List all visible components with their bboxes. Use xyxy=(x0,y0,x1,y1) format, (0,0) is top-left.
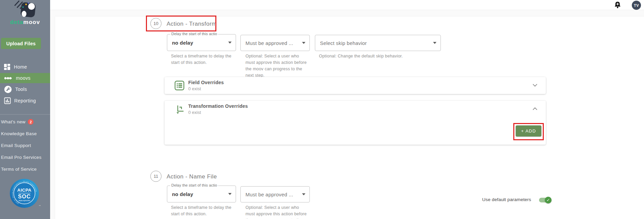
panel-count: 0 exist xyxy=(188,86,224,91)
field-overrides-panel[interactable]: Field Overrides 0 exist xyxy=(165,77,546,94)
wrench-circle-icon xyxy=(4,86,12,93)
chevron-up-icon[interactable] xyxy=(532,107,538,111)
sidebar-link-email-support[interactable]: Email Support xyxy=(0,143,50,148)
step-number: 11 xyxy=(154,174,158,179)
upload-files-label: Upload Files xyxy=(6,41,36,46)
sidebar-link-knowledge-base[interactable]: Knowledge Base xyxy=(0,131,50,136)
use-default-parameters-toggle[interactable]: ✓ xyxy=(539,198,551,202)
approver-helper-text: Optional: Select a user who must approve… xyxy=(245,204,308,219)
top-bar xyxy=(50,0,644,10)
sidebar-item-label: Home xyxy=(14,64,27,70)
dots-chain-icon xyxy=(4,76,13,80)
delay-select-value: no delay xyxy=(172,40,193,46)
link-label: Email Pro Services xyxy=(1,155,41,160)
avatar-initials: TV xyxy=(634,3,639,7)
approver-helper-text: Optional: Select a user who must approve… xyxy=(245,53,308,79)
add-transformation-override-button[interactable]: + ADD xyxy=(516,125,541,137)
sidebar-item-moovs[interactable]: moovs xyxy=(0,73,50,83)
sidebar-link-terms-of-service[interactable]: Terms of Service xyxy=(0,167,50,172)
whats-new-badge: 2 xyxy=(28,119,34,125)
chevron-down-icon[interactable] xyxy=(532,83,538,87)
toggle-check-icon: ✓ xyxy=(545,197,552,203)
dashboard-grid-icon xyxy=(4,64,10,70)
step-title: Action - Transform xyxy=(167,21,217,27)
approver-select-placeholder: Must be approved ... xyxy=(245,40,293,46)
delay-helper-text: Select a timeframe to delay the start of… xyxy=(171,53,234,66)
step-number: 10 xyxy=(153,21,158,26)
add-button-label: + ADD xyxy=(521,128,536,133)
brand-part2: moov xyxy=(23,19,40,25)
delay-select-value: no delay xyxy=(172,191,193,197)
skip-helper-text: Optional: Change the default skip behavi… xyxy=(319,53,403,59)
delay-select[interactable]: Delay the start of this actio no delay xyxy=(167,34,236,51)
delay-helper-text: Select a timeframe to delay the start of… xyxy=(171,204,234,217)
link-label: Knowledge Base xyxy=(1,131,37,136)
step-number-circle: 10 xyxy=(150,18,162,29)
detamoov-logo-icon xyxy=(13,0,37,19)
panel-title: Field Overrides xyxy=(188,80,224,85)
field-overrides-icon xyxy=(174,80,185,91)
approver-select[interactable]: Must be approved ... xyxy=(240,186,310,202)
sidebar-item-home[interactable]: Home xyxy=(0,62,50,72)
sidebar-link-whats-new[interactable]: What's new 2 xyxy=(0,119,50,125)
link-label: What's new xyxy=(1,119,25,124)
brand-part1: deta xyxy=(10,19,23,25)
delay-select-label: Delay the start of this actio xyxy=(170,32,218,36)
sidebar-item-tools[interactable]: Tools xyxy=(0,84,50,94)
approver-select[interactable]: Must be approved ... xyxy=(240,35,310,51)
panel-count: 0 exist xyxy=(188,110,248,115)
sidebar-item-label: moovs xyxy=(16,75,30,81)
soc-badge-url: aicpa.org/soc4so xyxy=(19,200,30,201)
skip-behavior-select[interactable]: Select skip behavior xyxy=(315,35,441,51)
approver-select-placeholder: Must be approved ... xyxy=(245,192,293,197)
notification-bell-icon[interactable] xyxy=(614,1,621,9)
step-number-circle: 11 xyxy=(150,171,162,182)
aicpa-soc-badge: AICPA SOC aicpa.org/soc4so SOC for Servi… xyxy=(9,178,39,208)
skip-select-placeholder: Select skip behavior xyxy=(320,40,367,46)
dropdown-caret-icon xyxy=(433,42,436,44)
upload-files-button[interactable]: Upload Files xyxy=(1,38,41,49)
step-title: Action - Name File xyxy=(167,173,217,180)
delay-select[interactable]: Delay the start of this actio no delay xyxy=(167,186,236,202)
transformation-overrides-panel[interactable]: Transformation Overrides 0 exist + ADD xyxy=(165,101,546,145)
sidebar-item-label: Tools xyxy=(15,87,27,92)
soc-trademark: ™ xyxy=(39,205,41,207)
use-default-parameters-label: Use default parameters xyxy=(482,197,531,202)
sidebar-item-label: Reporting xyxy=(14,98,36,103)
sidebar-divider xyxy=(0,114,50,115)
delay-select-label: Delay the start of this actio xyxy=(170,183,218,187)
dropdown-caret-icon xyxy=(302,193,305,195)
dropdown-caret-icon xyxy=(228,42,232,44)
panel-title: Transformation Overrides xyxy=(188,103,248,109)
bar-chart-icon xyxy=(4,97,11,104)
soc-badge-line1: AICPA xyxy=(17,188,31,193)
link-label: Email Support xyxy=(1,143,31,148)
user-avatar[interactable]: TV xyxy=(632,1,641,10)
sidebar-item-reporting[interactable]: Reporting xyxy=(0,96,50,106)
dropdown-caret-icon xyxy=(302,42,305,44)
dropdown-caret-icon xyxy=(228,193,232,195)
brand-wordmark: detamoov xyxy=(5,19,45,26)
link-label: Terms of Service xyxy=(1,167,37,172)
soc-badge-line2: SOC xyxy=(18,194,31,199)
transformation-overrides-icon xyxy=(174,104,185,114)
sidebar-link-email-pro-services[interactable]: Email Pro Services xyxy=(0,155,50,160)
